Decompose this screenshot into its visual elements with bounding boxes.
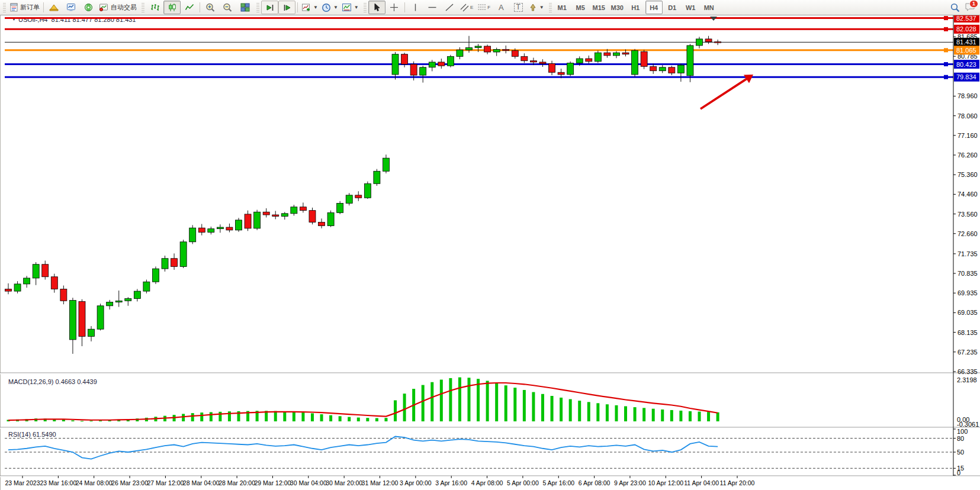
toolbar-right-tools: 1 [950, 2, 975, 13]
timeframe-toolbar: M1M5M15M30H1H4D1W1MN [554, 1, 718, 14]
tile-windows-icon [240, 3, 250, 12]
signals-button[interactable] [80, 1, 97, 14]
cursor-button[interactable] [368, 1, 385, 14]
auto-scroll-icon [265, 4, 275, 12]
autotrading-icon [99, 3, 109, 12]
periods-button[interactable]: ▼ [320, 1, 340, 14]
notifications-button[interactable]: 1 [965, 2, 975, 13]
zoom-out-icon [223, 3, 233, 12]
candlestick-chart-icon [168, 3, 177, 12]
chart-window[interactable]: ▼USOil-,H4 81.411 81.477 81.280 81.431 M… [0, 15, 980, 490]
chart-shift-button[interactable] [278, 1, 295, 14]
separator [43, 2, 44, 12]
separator [200, 2, 200, 12]
timeframe-button-D1[interactable]: D1 [664, 1, 681, 14]
fibo-sub-label: F [487, 5, 490, 10]
chevron-down-icon: ▼ [539, 5, 544, 10]
chart-profile-icon [49, 3, 59, 12]
clock-icon [322, 3, 331, 12]
toolbar-grip [364, 3, 367, 12]
main-toolbar: 新订单 自动交易 [0, 0, 980, 15]
autotrading-button[interactable]: 自动交易 [97, 1, 139, 14]
timeframe-label: M30 [611, 4, 623, 11]
trendline-icon [445, 3, 454, 12]
horizontal-line-button[interactable] [424, 1, 441, 14]
line-chart-button[interactable] [181, 1, 198, 14]
tile-windows-button[interactable] [236, 1, 253, 14]
chevron-down-icon: ▼ [333, 5, 338, 10]
horizontal-line-icon [428, 3, 437, 12]
chevron-down-icon: ▼ [354, 5, 359, 10]
chart-shift-icon [282, 4, 292, 12]
bar-chart-button[interactable] [146, 1, 163, 14]
equidistant-channel-icon [460, 3, 470, 12]
timeframe-button-M1[interactable]: M1 [554, 1, 571, 14]
market-watch-icon [66, 3, 76, 12]
ohlc-readout: USOil-,H4 81.411 81.477 81.280 81.431 [18, 16, 136, 23]
timeframe-button-H1[interactable]: H1 [627, 1, 644, 14]
separator [297, 2, 298, 12]
toolbar-grip [549, 3, 552, 12]
timeframe-button-MN[interactable]: MN [701, 1, 718, 14]
timeframe-button-H4[interactable]: H4 [645, 1, 663, 14]
timeframe-label: D1 [668, 4, 676, 11]
separator [404, 2, 405, 12]
text-tool-icon: A [499, 3, 504, 12]
timeframe-button-M30[interactable]: M30 [609, 1, 626, 14]
chart-profile-button[interactable] [46, 1, 63, 14]
arrows-icon [529, 4, 537, 12]
chevron-down-icon: ▼ [313, 5, 318, 10]
new-order-icon [9, 3, 18, 12]
new-order-button[interactable]: 新订单 [8, 1, 41, 14]
crosshair-button[interactable] [385, 1, 403, 14]
trendline-button[interactable] [441, 1, 458, 14]
fibonacci-icon [477, 3, 487, 12]
timeframe-label: H1 [631, 4, 640, 11]
text-button[interactable]: A [493, 1, 510, 14]
auto-scroll-button[interactable] [261, 1, 278, 14]
rsi-indicator-label: RSI(14) 61.5490 [8, 431, 56, 438]
fibonacci-button[interactable]: F [475, 1, 493, 14]
toolbar-grip [256, 3, 259, 12]
zoom-in-button[interactable] [202, 1, 219, 14]
templates-button[interactable]: ▼ [340, 1, 361, 14]
templates-icon [342, 3, 352, 12]
timeframe-label: M1 [558, 4, 567, 11]
new-order-label: 新订单 [20, 3, 40, 12]
signals-icon [83, 3, 94, 12]
line-chart-icon [185, 3, 194, 12]
indicators-icon [301, 3, 311, 12]
search-icon[interactable] [950, 3, 960, 12]
macd-indicator-label: MACD(12,26,9) 0.4663 0.4439 [8, 378, 97, 385]
zoom-in-icon [205, 3, 216, 12]
timeframe-button-M15[interactable]: M15 [590, 1, 608, 14]
toolbar-grip [3, 3, 6, 12]
timeframe-button-W1[interactable]: W1 [682, 1, 699, 14]
channel-sub-label: E [470, 5, 473, 10]
timeframe-button-M5[interactable]: M5 [572, 1, 589, 14]
vertical-line-icon [412, 3, 419, 12]
timeframe-label: W1 [686, 4, 696, 11]
market-watch-button[interactable] [63, 1, 80, 14]
equidistant-channel-button[interactable]: E [458, 1, 475, 14]
autotrading-label: 自动交易 [111, 3, 137, 12]
arrows-button[interactable]: ▼ [527, 1, 546, 14]
indicators-button[interactable]: ▼ [300, 1, 320, 14]
timeframe-label: M5 [576, 4, 585, 11]
candlestick-chart-button[interactable] [163, 1, 181, 14]
zoom-out-button[interactable] [219, 1, 236, 14]
cursor-icon [372, 3, 381, 12]
text-label-icon: T [514, 3, 523, 12]
chart-title: ▼USOil-,H4 81.411 81.477 81.280 81.431 [12, 16, 136, 23]
vertical-line-button[interactable] [407, 1, 424, 14]
bar-chart-icon [150, 3, 160, 12]
timeframe-label: H4 [650, 4, 658, 11]
text-label-button[interactable]: T [510, 1, 527, 14]
timeframe-label: M15 [592, 4, 605, 11]
toolbar-grip [142, 3, 144, 12]
timeframe-label: MN [704, 4, 714, 11]
crosshair-icon [390, 3, 399, 12]
symbol-dropdown-marker[interactable]: ▼ [12, 17, 16, 21]
notification-badge: 1 [969, 0, 978, 8]
